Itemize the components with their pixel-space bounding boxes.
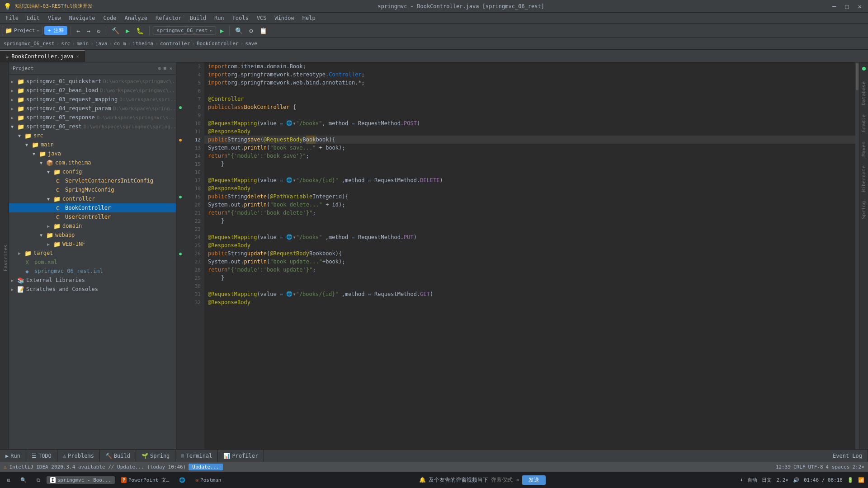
spring-label[interactable]: Spring: [861, 201, 867, 219]
volume-icon[interactable]: 🔊: [793, 477, 799, 483]
breadcrumb-src[interactable]: src: [61, 41, 70, 47]
sidebar-item-config[interactable]: ▼ 📁 config: [9, 167, 176, 176]
maximize-button[interactable]: □: [842, 2, 851, 11]
breadcrumb-com[interactable]: co m: [114, 41, 126, 47]
favorites-label[interactable]: Favorites: [3, 244, 9, 272]
tab-close-button[interactable]: ✕: [76, 54, 79, 59]
sidebar-item-domain[interactable]: ▶ 📁 domain: [9, 221, 176, 230]
hibernate-label[interactable]: Hibernate: [861, 165, 867, 192]
editor-scrollbar[interactable]: [855, 62, 859, 449]
gradle-label[interactable]: Gradle: [861, 114, 867, 132]
menu-window[interactable]: Window: [271, 14, 297, 22]
taskbar-app-idea[interactable]: I springmvc - Boo...: [47, 476, 115, 484]
breadcrumb-project[interactable]: springmvc_06_rest: [4, 41, 55, 47]
search-everywhere-button[interactable]: 🔍: [233, 26, 245, 35]
breadcrumb-controller[interactable]: controller: [160, 41, 190, 47]
menu-vcs[interactable]: VCS: [253, 14, 270, 22]
menu-tools[interactable]: Tools: [229, 14, 252, 22]
menu-help[interactable]: Help: [299, 14, 319, 22]
run-config-selector[interactable]: springmvc_06_rest ▾: [153, 26, 216, 35]
sidebar-expand-icon[interactable]: ≡: [164, 66, 167, 71]
bottom-tab-profiler[interactable]: 📊 Profiler: [218, 450, 264, 462]
scroll-thumb[interactable]: [856, 63, 859, 90]
sidebar-item-src[interactable]: ▼ 📁 src: [9, 131, 176, 140]
bottom-tab-build[interactable]: 🔨 Build: [100, 450, 136, 462]
taskbar-search[interactable]: 🔍: [17, 476, 30, 484]
taskbar-app-powerpoint[interactable]: P PowerPoint 文…: [118, 476, 173, 484]
sidebar-label-04: springmvc_04_request_param: [26, 105, 111, 112]
add-comment-button[interactable]: + 注释: [44, 26, 67, 35]
taskbar-app-chrome[interactable]: 🌐: [175, 476, 189, 484]
breadcrumb-main[interactable]: main: [77, 41, 89, 47]
sidebar-item-pom[interactable]: X pom.xml: [9, 258, 176, 267]
sidebar-item-bookcontroller[interactable]: C BookController: [9, 203, 176, 212]
taskbar-app-postman[interactable]: ✉ Postman: [192, 476, 225, 484]
close-button[interactable]: ✕: [855, 2, 864, 11]
database-label[interactable]: Database: [861, 81, 867, 105]
sidebar-item-controller[interactable]: ▼ 📁 controller: [9, 194, 176, 203]
maven-label[interactable]: Maven: [861, 141, 867, 156]
gutter-row-11: [176, 127, 184, 136]
menu-code[interactable]: Code: [100, 14, 120, 22]
sidebar-item-webapp[interactable]: ▼ 📁 webapp: [9, 230, 176, 239]
bottom-tab-todo[interactable]: ☰ TODO: [26, 450, 57, 462]
sidebar-item-springmvc03[interactable]: ▶ 📁 springmvc_03_request_mapping D:\work…: [9, 95, 176, 104]
sidebar-item-usercontroller[interactable]: C UserController: [9, 212, 176, 221]
sidebar-item-com-itheima[interactable]: ▼ 📦 com.itheima: [9, 158, 176, 167]
sidebar-item-scratches[interactable]: ▶ 📝 Scratches and Consoles: [9, 285, 176, 294]
refresh-button[interactable]: ↻: [94, 26, 103, 35]
sidebar-close-icon[interactable]: ✕: [169, 66, 172, 71]
taskbar-taskview[interactable]: ⧉: [33, 476, 44, 484]
menu-view[interactable]: View: [44, 14, 65, 22]
sidebar-item-servlet-config[interactable]: C ServletContainersInitConfig: [9, 176, 176, 185]
taskbar-windows-icon[interactable]: ⊞: [4, 476, 14, 484]
run-config-run-button[interactable]: ▶: [218, 26, 226, 35]
forward-button[interactable]: →: [84, 26, 92, 35]
back-button[interactable]: ←: [74, 26, 82, 35]
update-button[interactable]: Update...: [189, 464, 223, 470]
breadcrumb-java[interactable]: java: [95, 41, 108, 47]
bottom-tab-run[interactable]: ▶ Run: [0, 450, 26, 462]
run-button[interactable]: ▶: [123, 26, 132, 35]
breadcrumb-itheima[interactable]: itheima: [132, 41, 153, 47]
line-num-26: 26: [184, 249, 204, 258]
bottom-tab-terminal[interactable]: ⊡ Terminal: [175, 450, 218, 462]
sidebar-item-java[interactable]: ▼ 📁 java: [9, 149, 176, 158]
vcs-button[interactable]: 📋: [257, 26, 269, 35]
code-editor[interactable]: import com.itheima.domain.Book; import o…: [204, 62, 855, 449]
sidebar-gear-icon[interactable]: ⚙: [158, 66, 161, 71]
debug-button[interactable]: 🐛: [134, 26, 146, 35]
breadcrumb-save[interactable]: save: [245, 41, 257, 47]
menu-edit[interactable]: Edit: [23, 14, 43, 22]
sidebar-item-springmvc02[interactable]: ▶ 📁 springmvc_02_bean_load D:\workspace\…: [9, 86, 176, 95]
minimize-button[interactable]: ─: [830, 2, 839, 11]
menu-navigate[interactable]: Navigate: [66, 14, 99, 22]
bottom-tab-spring[interactable]: 🌱 Spring: [136, 450, 175, 462]
build-button[interactable]: 🔨: [109, 26, 122, 35]
gutter-row-16: [176, 168, 184, 176]
project-selector[interactable]: 📁 Project ▾: [2, 26, 42, 35]
sidebar-item-main[interactable]: ▼ 📁 main: [9, 140, 176, 149]
menu-build[interactable]: Build: [186, 14, 210, 22]
sidebar-item-springmvc04[interactable]: ▶ 📁 springmvc_04_request_param D:\worksp…: [9, 104, 176, 113]
bottom-tab-problems[interactable]: ⚠ Problems: [57, 450, 100, 462]
menu-run[interactable]: Run: [211, 14, 228, 22]
sidebar-item-springmvcconfig[interactable]: C SpringMvcConfig: [9, 185, 176, 194]
sidebar-item-external[interactable]: ▶ 📚 External Libraries: [9, 276, 176, 285]
bottom-tab-eventlog[interactable]: Event Log: [827, 450, 868, 462]
sidebar-item-springmvc05[interactable]: ▶ 📁 springmvc_05_response D:\workspace\s…: [9, 113, 176, 122]
menu-refactor[interactable]: Refactor: [152, 14, 185, 22]
sidebar-item-target[interactable]: ▶ 📁 target: [9, 249, 176, 258]
sidebar-item-webinf[interactable]: ▶ 📁 WEB-INF: [9, 239, 176, 249]
breadcrumb-bookcontroller[interactable]: BookController: [197, 41, 239, 47]
send-button[interactable]: 发送: [522, 475, 546, 485]
line-num-6: 6: [184, 87, 204, 95]
sidebar-item-iml[interactable]: ◆ springmvc_06_rest.iml: [9, 267, 176, 276]
title-bar-title: springmvc - BookController.java [springm…: [378, 3, 544, 9]
menu-analyze[interactable]: Analyze: [121, 14, 151, 22]
settings-button[interactable]: ⚙: [247, 26, 255, 35]
sidebar-item-springmvc01[interactable]: ▶ 📁 springmvc_01_quickstart D:\workspace…: [9, 77, 176, 86]
sidebar-item-springmvc06[interactable]: ▼ 📁 springmvc_06_rest D:\workspace\sprin…: [9, 122, 176, 131]
tab-bookcontroller[interactable]: ☕ BookController.java ✕: [0, 50, 85, 62]
menu-file[interactable]: File: [2, 14, 22, 22]
